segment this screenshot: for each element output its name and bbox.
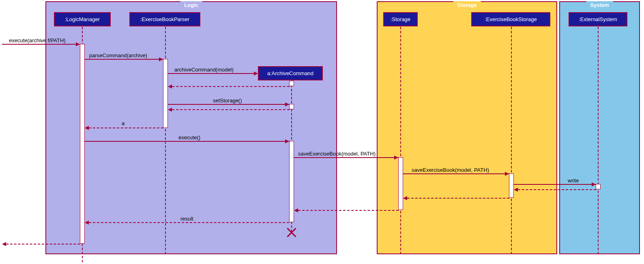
arrow-m9 bbox=[514, 184, 596, 185]
arrow-ret-ebs bbox=[407, 198, 509, 199]
external-system-participant: :ExternalSystem bbox=[569, 12, 627, 26]
msg-save-exercise-book-1: saveExerciseBook(model, PATH) bbox=[298, 151, 376, 157]
external-system-activation bbox=[596, 184, 601, 189]
arrow-head-m9 bbox=[592, 182, 596, 186]
msg-write: write bbox=[568, 177, 579, 184]
arrow-head-m3 bbox=[254, 71, 258, 76]
msg-return-a: a bbox=[122, 120, 125, 126]
arrow-head-r3 bbox=[168, 84, 172, 89]
logic-manager-participant: :LogicManager bbox=[54, 12, 111, 26]
storage-lifeline bbox=[400, 27, 401, 254]
archive-command-activation-1 bbox=[289, 81, 294, 86]
storage-label: Storage bbox=[453, 1, 481, 9]
archive-command-activation-2 bbox=[289, 104, 294, 109]
storage-participant: :Storage bbox=[383, 12, 418, 26]
system-label: System bbox=[586, 1, 613, 9]
exercise-book-storage-participant: :ExerciseBookStorage bbox=[471, 12, 550, 26]
msg-save-exercise-book-2: saveExerciseBook(model, PATH) bbox=[412, 167, 489, 173]
storage-box: Storage bbox=[377, 1, 557, 254]
arrow-head-r4 bbox=[168, 108, 172, 112]
arrow-head-m8 bbox=[505, 172, 509, 176]
arrow-m3 bbox=[168, 73, 257, 74]
arrow-head-ret-ext bbox=[514, 188, 518, 192]
msg-set-storage: setStorage() bbox=[213, 97, 242, 104]
arrow-head-ret-ebs bbox=[403, 196, 407, 200]
msg-parse-command: parseCommand(archive) bbox=[89, 52, 147, 58]
arrow-m8 bbox=[403, 173, 509, 174]
arrow-r3 bbox=[172, 86, 290, 87]
arrow-head-m6 bbox=[285, 139, 289, 143]
arrow-m6 bbox=[85, 141, 289, 142]
arrow-head-m1 bbox=[76, 42, 80, 46]
msg-result: result bbox=[180, 216, 193, 222]
system-box: System bbox=[559, 1, 640, 254]
external-system-lifeline bbox=[598, 27, 599, 254]
arrow-head-m7 bbox=[394, 156, 398, 160]
arrow-ret-storage bbox=[298, 210, 399, 211]
arrow-r10 bbox=[89, 222, 289, 223]
arrow-head-r5 bbox=[85, 126, 89, 130]
archive-command-participant: a:ArchiveCommand bbox=[258, 66, 323, 80]
msg-execute: execute() bbox=[178, 134, 200, 141]
arrow-m4 bbox=[168, 104, 289, 105]
arrow-m1 bbox=[2, 44, 79, 45]
sequence-diagram: Logic Storage System :LogicManager :Exer… bbox=[0, 0, 644, 264]
logic-manager-activation bbox=[80, 44, 85, 244]
arrow-head-final-ret bbox=[2, 242, 6, 246]
arrow-r5 bbox=[89, 128, 163, 128]
arrow-head-r10 bbox=[85, 221, 89, 225]
exercise-book-parser-participant: :ExerciseBookParser bbox=[129, 12, 200, 26]
logic-label: Logic bbox=[180, 1, 202, 9]
arrow-r4 bbox=[172, 109, 290, 110]
exercise-book-storage-lifeline bbox=[511, 27, 512, 254]
arrow-head-ret-storage bbox=[294, 208, 298, 212]
msg-archive-command: archiveCommand(model) bbox=[174, 67, 234, 73]
arrow-head-m4 bbox=[285, 102, 289, 106]
msg-execute-archive: execute(archive f/PATH) bbox=[9, 37, 66, 43]
exercise-book-storage-activation bbox=[509, 173, 514, 198]
arrow-m2 bbox=[85, 59, 163, 60]
archive-command-activation-3 bbox=[289, 141, 294, 222]
arrow-m7 bbox=[294, 157, 398, 158]
exercise-book-parser-activation bbox=[163, 59, 168, 128]
storage-activation bbox=[398, 157, 403, 210]
arrow-head-m2 bbox=[159, 57, 163, 61]
arrow-final-ret bbox=[6, 244, 80, 245]
arrow-ret-ext bbox=[518, 189, 596, 190]
